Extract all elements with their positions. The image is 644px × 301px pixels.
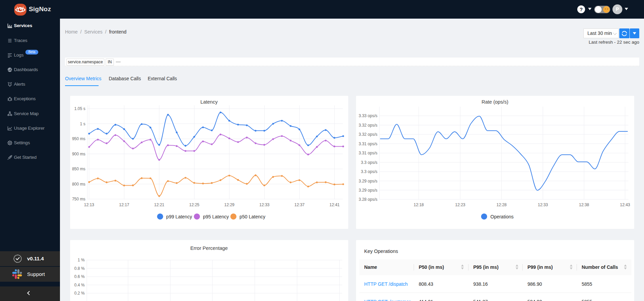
svg-text:12:41: 12:41 xyxy=(329,202,339,207)
svg-text:12:23: 12:23 xyxy=(455,202,465,207)
svg-text:12:43: 12:43 xyxy=(620,202,630,207)
svg-text:0.8 %: 0.8 % xyxy=(74,266,85,271)
svg-text:p99 Latency: p99 Latency xyxy=(166,214,192,219)
svg-text:0.4 %: 0.4 % xyxy=(74,283,85,287)
svg-text:12:33: 12:33 xyxy=(538,202,548,207)
svg-text:3.32 ops/s: 3.32 ops/s xyxy=(359,132,377,137)
svg-text:Latency: Latency xyxy=(201,99,218,105)
svg-text:12:17: 12:17 xyxy=(119,202,129,207)
svg-text:12:37: 12:37 xyxy=(294,202,305,207)
svg-text:12:13: 12:13 xyxy=(84,202,94,207)
svg-text:1 s: 1 s xyxy=(80,122,85,126)
svg-text:1 %: 1 % xyxy=(78,258,85,262)
svg-text:3.33 ops/s: 3.33 ops/s xyxy=(359,113,377,118)
svg-text:12:25: 12:25 xyxy=(189,202,199,207)
svg-text:950 ms: 950 ms xyxy=(72,136,85,141)
svg-text:p50 Latency: p50 Latency xyxy=(240,214,265,219)
svg-text:800 ms: 800 ms xyxy=(72,182,85,187)
svg-text:0.2 %: 0.2 % xyxy=(74,291,85,296)
svg-text:12:29: 12:29 xyxy=(224,202,234,207)
svg-text:850 ms: 850 ms xyxy=(72,167,85,171)
svg-text:p95 Latency: p95 Latency xyxy=(203,214,229,219)
svg-text:12:28: 12:28 xyxy=(496,202,506,207)
svg-text:12:33: 12:33 xyxy=(259,202,269,207)
svg-text:0.6 %: 0.6 % xyxy=(74,274,85,279)
svg-text:1.05 s: 1.05 s xyxy=(74,106,85,111)
svg-text:3.32 ops/s: 3.32 ops/s xyxy=(359,123,377,128)
svg-text:Operations: Operations xyxy=(491,214,514,219)
svg-text:3.28 ops/s: 3.28 ops/s xyxy=(359,197,377,202)
svg-text:3.31 ops/s: 3.31 ops/s xyxy=(359,142,377,146)
svg-text:3.31 ops/s: 3.31 ops/s xyxy=(359,151,377,155)
svg-text:12:21: 12:21 xyxy=(154,202,164,207)
svg-text:3.29 ops/s: 3.29 ops/s xyxy=(359,188,377,193)
svg-text:900 ms: 900 ms xyxy=(72,152,85,156)
svg-text:Rate (ops/s): Rate (ops/s) xyxy=(482,99,508,105)
svg-text:12:38: 12:38 xyxy=(579,202,589,207)
svg-text:3.3 ops/s: 3.3 ops/s xyxy=(361,169,377,174)
svg-text:Error Percentage: Error Percentage xyxy=(190,245,228,251)
svg-text:3.29 ops/s: 3.29 ops/s xyxy=(359,179,377,184)
svg-text:12:18: 12:18 xyxy=(414,202,424,207)
svg-text:750 ms: 750 ms xyxy=(72,197,85,201)
svg-text:3.3 ops/s: 3.3 ops/s xyxy=(361,160,377,165)
